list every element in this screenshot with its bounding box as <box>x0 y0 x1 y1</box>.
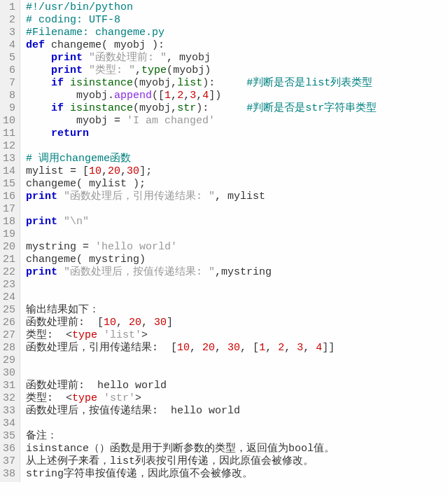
line-number: 14 <box>3 165 15 178</box>
line-number: 28 <box>3 342 15 354</box>
token-out-num: 30 <box>227 342 240 354</box>
token-id: mystring <box>221 266 272 278</box>
token-id <box>26 77 51 89</box>
token-id: 备注： <box>26 430 57 442</box>
token-out-num: 1 <box>259 342 265 354</box>
line-number: 6 <box>3 64 15 77</box>
token-kw: print <box>51 52 83 64</box>
token-op: . <box>108 90 114 102</box>
token-op: ( <box>133 77 139 89</box>
token-num: 30 <box>127 165 139 177</box>
token-id: 函数处理前: [ <box>26 317 104 329</box>
token-id: , <box>265 342 278 354</box>
token-kw: print <box>26 191 57 202</box>
token-op: ( <box>102 39 108 51</box>
line-number: 2 <box>3 14 15 27</box>
token-op: ) <box>139 254 146 266</box>
token-kw: print <box>26 266 57 278</box>
token-id <box>57 216 64 228</box>
token-id: mylist <box>83 178 133 190</box>
line-number: 8 <box>3 90 15 102</box>
token-str: "函数处理后，引用传递结果: " <box>64 191 215 202</box>
token-id: mylist <box>227 191 265 202</box>
token-op: ): <box>202 77 215 89</box>
code-line: string字符串按值传递，因此原值不会被修改。 <box>26 468 377 481</box>
token-op: ( <box>76 178 83 190</box>
code-line: 输出结果如下： <box>26 304 377 317</box>
token-id <box>97 392 104 404</box>
code-line: myobj.append([1,2,3,4]) <box>26 90 377 102</box>
code-line: 函数处理前: [10, 20, 30] <box>26 317 377 329</box>
token-str: 'I am changed' <box>127 115 215 127</box>
token-out-num: 20 <box>129 317 141 329</box>
token-id: myobj <box>139 77 171 89</box>
line-number-gutter: 1234567891011121314151617181920212223242… <box>0 0 20 482</box>
code-line <box>26 354 377 367</box>
token-id: 函数处理后，按值传递结果: hello world <box>26 405 240 417</box>
line-number: 26 <box>3 317 15 329</box>
token-str: "函数处理后，按值传递结果: " <box>64 266 215 278</box>
token-id: myobj <box>139 102 171 114</box>
token-id <box>120 115 127 127</box>
token-op: ( <box>133 102 139 114</box>
token-id: , <box>284 342 297 354</box>
code-line: # coding: UTF-8 <box>26 14 377 27</box>
code-line: changeme( mystring) <box>26 254 377 266</box>
line-number: 12 <box>3 140 15 153</box>
code-line <box>26 228 377 241</box>
token-cmt: # 调用changeme函数 <box>26 153 131 165</box>
token-op: , <box>171 102 177 114</box>
code-line <box>26 367 377 380</box>
token-op: , <box>183 90 190 102</box>
token-out-num: 10 <box>104 317 116 329</box>
line-number: 35 <box>3 430 15 443</box>
token-num: 2 <box>177 90 183 102</box>
token-op: , <box>120 165 127 177</box>
code-line: print "函数处理前: ", myobj <box>26 52 377 64</box>
token-kw: print <box>26 216 57 228</box>
token-id <box>83 64 89 76</box>
token-id: 输出结果如下： <box>26 304 99 316</box>
token-builtin: isinstance <box>70 102 133 114</box>
token-id: changeme <box>45 39 102 51</box>
code-editor: 1234567891011121314151617181920212223242… <box>0 0 448 482</box>
token-id <box>209 102 246 114</box>
token-op: = <box>83 241 95 253</box>
token-kw: print <box>51 64 83 76</box>
token-id: 从上述例子来看，list列表按引用传递，因此原值会被修改。 <box>26 455 314 467</box>
line-number: 3 <box>3 27 15 39</box>
token-op: = [ <box>70 165 89 177</box>
line-number: 20 <box>3 241 15 254</box>
code-line: if isinstance(myobj,str): #判断是否是str字符串类型 <box>26 102 377 115</box>
token-fn: append <box>114 90 152 102</box>
token-num: 4 <box>202 90 209 102</box>
code-line: #!/usr/bin/python <box>26 1 377 14</box>
token-id: ] <box>167 317 173 329</box>
token-str: 'hello world' <box>95 241 177 253</box>
token-kw: def <box>26 39 45 51</box>
line-number: 24 <box>3 291 15 304</box>
token-id: 类型: < <box>26 392 72 404</box>
token-id <box>57 191 64 202</box>
token-kw: if <box>51 77 64 89</box>
code-line: return <box>26 128 377 140</box>
code-line: mystring = 'hello world' <box>26 241 377 254</box>
code-line: mylist = [10,20,30]; <box>26 165 377 178</box>
code-line <box>26 140 377 153</box>
token-id: myobj <box>108 39 152 51</box>
line-number: 11 <box>3 128 15 140</box>
token-id <box>26 102 51 114</box>
code-line: 从上述例子来看，list列表按引用传递，因此原值会被修改。 <box>26 455 377 468</box>
code-line <box>26 203 377 216</box>
token-id <box>64 102 70 114</box>
line-number: 7 <box>3 77 15 90</box>
token-id: , <box>141 317 154 329</box>
line-number: 16 <box>3 191 15 203</box>
token-op: , <box>215 266 221 278</box>
code-line: myobj = 'I am changed' <box>26 115 377 128</box>
token-num: 3 <box>190 90 196 102</box>
code-line: def changeme( myobj ): <box>26 39 377 52</box>
token-id: myobj <box>179 52 211 64</box>
token-num: 10 <box>89 165 102 177</box>
token-str: "类型: " <box>89 64 135 76</box>
